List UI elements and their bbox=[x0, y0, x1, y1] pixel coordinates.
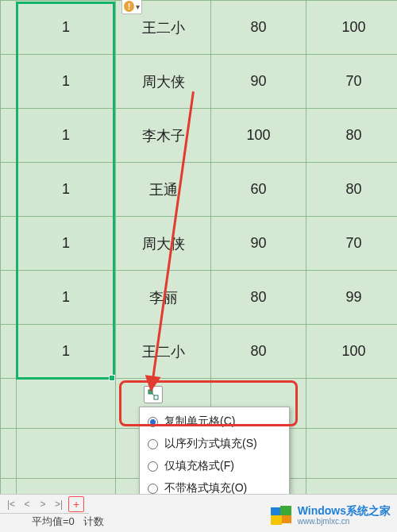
cell[interactable]: 99 bbox=[306, 271, 398, 325]
tab-nav-prev[interactable]: < bbox=[21, 498, 33, 511]
watermark: Windows系统之家 www.bjmlxc.cn bbox=[271, 505, 391, 526]
cell[interactable]: 1 bbox=[17, 109, 116, 163]
autofill-icon bbox=[148, 389, 159, 400]
cell[interactable]: 100 bbox=[306, 325, 398, 379]
cell[interactable]: 1 bbox=[17, 271, 116, 325]
cell[interactable]: 80 bbox=[211, 271, 306, 325]
error-indicator-dropdown[interactable]: ! ▾ bbox=[121, 0, 142, 14]
radio-icon bbox=[148, 439, 158, 449]
cell[interactable]: 1 bbox=[17, 163, 116, 217]
table-row: 1周大侠9070 bbox=[1, 55, 398, 109]
cell[interactable]: 李木子 bbox=[116, 109, 211, 163]
svg-rect-1 bbox=[154, 395, 158, 399]
table-row: 1周大侠9070 bbox=[1, 217, 398, 271]
windows-logo-icon bbox=[271, 506, 293, 525]
cell[interactable]: 80 bbox=[211, 325, 306, 379]
cell[interactable]: 80 bbox=[306, 109, 398, 163]
cell[interactable]: 周大侠 bbox=[116, 55, 211, 109]
status-count: 计数 bbox=[83, 515, 104, 527]
svg-rect-0 bbox=[148, 390, 152, 394]
tab-nav-next[interactable]: > bbox=[37, 498, 49, 511]
cell[interactable]: 周大侠 bbox=[116, 217, 211, 271]
radio-icon bbox=[148, 417, 158, 427]
watermark-url: www.bjmlxc.cn bbox=[298, 517, 391, 526]
cell[interactable]: 李丽 bbox=[116, 271, 211, 325]
autofill-menu-item[interactable]: 以序列方式填充(S) bbox=[140, 433, 289, 455]
spreadsheet-area: 1王二小801001周大侠90701李木子100801王通60801周大侠907… bbox=[0, 0, 397, 532]
cell[interactable] bbox=[17, 379, 116, 429]
warning-icon: ! bbox=[124, 1, 134, 12]
tab-nav-first[interactable]: |< bbox=[5, 498, 17, 511]
cell[interactable]: 70 bbox=[306, 217, 398, 271]
cell[interactable] bbox=[306, 429, 398, 479]
tab-nav-last[interactable]: >| bbox=[52, 498, 65, 511]
row-edge bbox=[1, 163, 17, 217]
bottom-bar: |< < > >| + 平均值=0 计数 Windows系统之家 www.bjm… bbox=[0, 494, 397, 532]
menu-item-label: 复制单元格(C) bbox=[164, 414, 235, 429]
row-edge bbox=[1, 1, 17, 55]
status-average: 平均值=0 bbox=[32, 515, 75, 527]
fill-handle[interactable] bbox=[109, 375, 115, 381]
cell[interactable]: 1 bbox=[17, 1, 116, 55]
cell[interactable]: 王二小 bbox=[116, 325, 211, 379]
cell[interactable]: 80 bbox=[306, 163, 398, 217]
autofill-menu-item[interactable]: 复制单元格(C) bbox=[140, 411, 289, 433]
cell[interactable] bbox=[1, 429, 17, 479]
table-row: 1王通6080 bbox=[1, 163, 398, 217]
watermark-title: Windows系统之家 bbox=[298, 505, 391, 517]
table-row: 1李木子10080 bbox=[1, 109, 398, 163]
row-edge bbox=[1, 217, 17, 271]
menu-item-label: 仅填充格式(F) bbox=[164, 459, 234, 473]
autofill-options-button[interactable] bbox=[144, 386, 163, 403]
radio-icon bbox=[148, 484, 158, 494]
cell[interactable]: 1 bbox=[17, 325, 116, 379]
row-edge bbox=[1, 109, 17, 163]
cell[interactable]: 1 bbox=[17, 55, 116, 109]
cell[interactable]: 90 bbox=[211, 217, 306, 271]
cell[interactable]: 100 bbox=[306, 1, 398, 55]
cell[interactable]: 70 bbox=[306, 55, 398, 109]
cell[interactable] bbox=[306, 379, 398, 429]
cell[interactable]: 90 bbox=[211, 55, 306, 109]
chevron-down-icon: ▾ bbox=[136, 2, 140, 11]
table-row: 1王二小80100 bbox=[1, 1, 398, 55]
table-row: 1王二小80100 bbox=[1, 325, 398, 379]
cell[interactable]: 100 bbox=[211, 109, 306, 163]
status-text: 平均值=0 计数 bbox=[32, 515, 104, 529]
cell[interactable] bbox=[17, 429, 116, 479]
cell[interactable]: 80 bbox=[211, 1, 306, 55]
row-edge bbox=[1, 271, 17, 325]
radio-icon bbox=[148, 461, 158, 472]
row-edge bbox=[1, 55, 17, 109]
autofill-menu-item[interactable]: 仅填充格式(F) bbox=[140, 455, 289, 477]
sheet-tab-nav: |< < > >| + bbox=[0, 495, 89, 514]
cell[interactable]: 60 bbox=[211, 163, 306, 217]
row-edge bbox=[1, 325, 17, 379]
table-row: 1李丽8099 bbox=[1, 271, 398, 325]
add-sheet-button[interactable]: + bbox=[68, 496, 84, 512]
cell[interactable]: 1 bbox=[17, 217, 116, 271]
menu-item-label: 以序列方式填充(S) bbox=[164, 437, 257, 451]
cell[interactable] bbox=[1, 379, 17, 429]
cell[interactable]: 王通 bbox=[116, 163, 211, 217]
